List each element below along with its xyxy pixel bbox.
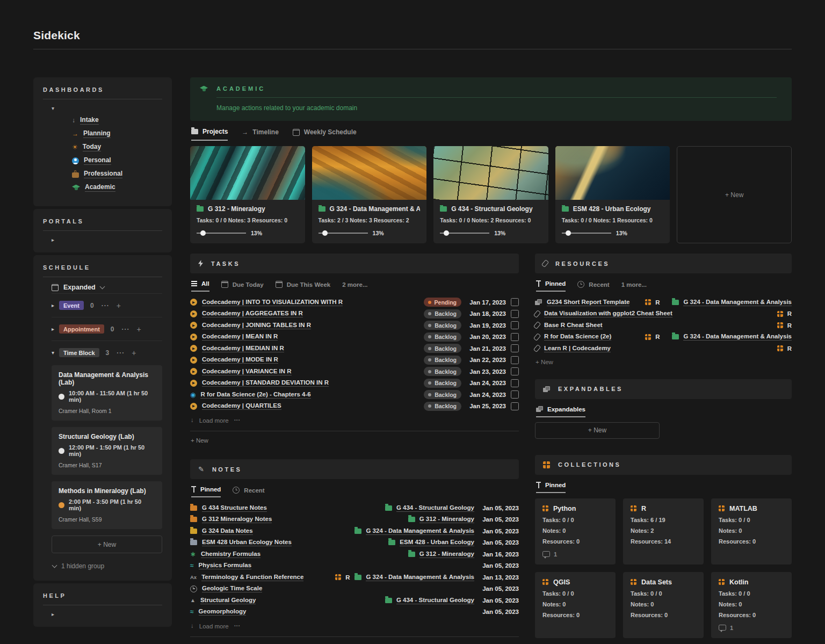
sidebar-item-label[interactable]: Academic	[85, 183, 115, 192]
note-title[interactable]: Physics Formulas	[199, 562, 251, 569]
progress-slider[interactable]	[562, 233, 611, 234]
tag-r[interactable]: R	[645, 299, 660, 306]
note-row[interactable]: G 324 Data Notes G 324 - Data Management…	[190, 525, 519, 537]
project-name[interactable]: G 324 - Data Management & Analysis	[330, 205, 421, 213]
appointment-badge[interactable]: Appointment	[59, 324, 104, 334]
collection-card[interactable]: Python Tasks: 0 / 0 Notes: 0 Resources: …	[535, 498, 616, 565]
task-title[interactable]: Codecademy | MEDIAN IN R	[202, 345, 284, 352]
triangle-right-icon[interactable]: ▸	[52, 327, 54, 332]
project-link[interactable]: ESM 428 - Urban Ecology	[388, 539, 474, 546]
task-row[interactable]: ▶ Codecademy | QUARTILES Backlog Jan 25,…	[190, 401, 519, 413]
tab-projects[interactable]: Projects	[191, 128, 228, 141]
collection-card[interactable]: Data Sets Tasks: 0 / 0 Notes: 0 Resource…	[623, 572, 704, 638]
resource-row[interactable]: Learn R | Codecademy R	[535, 343, 792, 354]
collection-card[interactable]: Kotlin Tasks: 0 / 0 Notes: 0 Resources: …	[711, 572, 792, 638]
tag-r[interactable]: R	[777, 322, 792, 329]
collection-card[interactable]: R Tasks: 6 / 19 Notes: 2 Resources: 14	[623, 498, 704, 565]
tab-expandables[interactable]: Expandables	[536, 406, 585, 417]
schedule-view-label[interactable]: Expanded	[63, 284, 96, 291]
task-row[interactable]: ▶ Codecademy | MEAN IN R Backlog Jan 20,…	[190, 331, 519, 343]
tag-r[interactable]: R	[777, 310, 792, 317]
dashboards-collapse-toggle[interactable]: ▾	[52, 106, 162, 111]
progress-slider[interactable]	[440, 233, 489, 234]
sidebar-item-academic[interactable]: Academic	[72, 183, 162, 192]
task-title[interactable]: R for Data Science (2e) - Chapters 4-6	[200, 391, 310, 399]
more-options-icon[interactable]: ···	[234, 623, 241, 629]
project-name[interactable]: G 434 - Structural Geology	[451, 205, 532, 213]
tab-pinned[interactable]: Pinned	[536, 482, 566, 493]
task-row[interactable]: ◉ R for Data Science (2e) - Chapters 4-6…	[190, 389, 519, 401]
more-options-icon[interactable]: ···	[117, 349, 125, 357]
tab-timeline[interactable]: → Timeline	[242, 128, 278, 141]
task-title[interactable]: Codecademy | MODE IN R	[202, 356, 278, 364]
tab-pinned[interactable]: Pinned	[191, 486, 221, 497]
project-link[interactable]: G 312 - Mineralogy	[408, 551, 474, 558]
task-row[interactable]: ▶ Codecademy | STANDARD DEVIATION IN R B…	[190, 378, 519, 389]
note-row[interactable]: Geologic Time Scale Jan 05, 2023	[190, 583, 519, 595]
timeblock-badge[interactable]: Time Block	[59, 348, 99, 357]
note-title[interactable]: ESM 428 Urban Ecology Notes	[202, 539, 292, 546]
project-card[interactable]: G 324 - Data Management & Analysis Tasks…	[312, 146, 427, 243]
task-title[interactable]: Codecademy | AGGREGATES IN R	[202, 310, 303, 317]
note-title[interactable]: Geomorphology	[199, 608, 247, 616]
project-link[interactable]: G 324 - Data Management & Analysis	[672, 333, 792, 341]
expandables-new-button[interactable]: + New	[535, 422, 660, 439]
timeblock-card[interactable]: Structural Geology (Lab) 12:00 PM - 1:50…	[52, 427, 162, 475]
note-title[interactable]: G 434 Structure Notes	[202, 504, 267, 512]
project-link[interactable]: G 324 - Data Management & Analysis	[354, 574, 474, 581]
more-options-icon[interactable]: ···	[234, 417, 241, 424]
project-card[interactable]: G 434 - Structural Geology Tasks: 0 / 0 …	[433, 146, 548, 243]
triangle-right-icon[interactable]: ▸	[52, 303, 54, 308]
sidebar-item-intake[interactable]: ↓ Intake	[72, 116, 162, 125]
notes-load-more[interactable]: ↓ Load more ···	[191, 623, 519, 629]
note-title[interactable]: Geologic Time Scale	[202, 585, 262, 592]
progress-slider[interactable]	[197, 233, 246, 234]
note-title[interactable]: Chemistry Formulas	[201, 551, 260, 558]
note-row[interactable]: G 312 Mineralogy Notes G 312 - Mineralog…	[190, 514, 519, 526]
resources-new-button[interactable]: + New	[535, 359, 792, 365]
tag-r[interactable]: R	[777, 345, 792, 352]
note-title[interactable]: Terminology & Function Reference	[201, 574, 303, 581]
project-card[interactable]: ESM 428 - Urban Ecology Tasks: 0 / 0 Not…	[555, 146, 670, 243]
note-row[interactable]: ▲ Structural Geology G 434 - Structural …	[190, 595, 519, 606]
resource-title[interactable]: Base R Cheat Sheet	[544, 322, 603, 329]
task-checkbox[interactable]	[511, 402, 519, 410]
task-checkbox[interactable]	[511, 356, 519, 364]
task-row[interactable]: ▶ Codecademy | JOINING TABLES IN R Backl…	[190, 320, 519, 331]
task-checkbox[interactable]	[511, 321, 519, 329]
task-row[interactable]: ▶ Codecademy | MEDIAN IN R Backlog Jan 2…	[190, 343, 519, 354]
task-checkbox[interactable]	[511, 298, 519, 306]
more-options-icon[interactable]: ···	[122, 325, 130, 333]
sidebar-item-planning[interactable]: → Planning	[72, 129, 162, 138]
resource-row[interactable]: R for Data Science (2e) R G 324 - Data M…	[535, 331, 792, 343]
resource-row[interactable]: Base R Cheat Sheet R	[535, 320, 792, 331]
task-checkbox[interactable]	[511, 390, 519, 399]
tab-weekly-schedule[interactable]: Weekly Schedule	[293, 128, 357, 141]
resource-title[interactable]: Data Visualization with ggplot2 Cheat Sh…	[544, 310, 672, 317]
resource-row[interactable]: G234 Short Report Template R G 324 - Dat…	[535, 296, 792, 308]
task-checkbox[interactable]	[511, 333, 519, 341]
task-title[interactable]: Codecademy | QUARTILES	[202, 402, 281, 410]
timeblock-card[interactable]: Data Management & Analysis (Lab) 10:00 A…	[52, 365, 162, 421]
project-name[interactable]: G 312 - Mineralogy	[208, 205, 265, 213]
task-title[interactable]: Codecademy | VARIANCE IN R	[202, 368, 292, 375]
note-title[interactable]: G 324 Data Notes	[202, 527, 253, 535]
event-badge[interactable]: Event	[59, 301, 84, 310]
task-title[interactable]: Codecademy | MEAN IN R	[202, 333, 278, 341]
timeblock-card[interactable]: Methods in Mineralogy (Lab) 2:00 PM - 3:…	[52, 481, 162, 529]
project-link[interactable]: G 434 - Structural Geology	[385, 597, 474, 604]
sidebar-item-professional[interactable]: Professional	[72, 170, 162, 178]
task-row[interactable]: ▶ Codecademy | MODE IN R Backlog Jan 22,…	[190, 354, 519, 366]
task-title[interactable]: Codecademy | INTO TO VISUALIZATION WITH …	[202, 299, 343, 306]
tab-recent[interactable]: Recent	[233, 487, 264, 497]
note-row[interactable]: ∗ Chemistry Formulas G 312 - Mineralogy …	[190, 548, 519, 560]
note-row[interactable]: ESM 428 Urban Ecology Notes ESM 428 - Ur…	[190, 537, 519, 549]
note-row[interactable]: G 434 Structure Notes G 434 - Structural…	[190, 502, 519, 514]
collection-card[interactable]: MATLAB Tasks: 0 / 0 Notes: 0 Resources: …	[711, 498, 792, 565]
sidebar-item-label[interactable]: Planning	[83, 129, 111, 138]
task-title[interactable]: Codecademy | STANDARD DEVIATION IN R	[202, 379, 329, 387]
tabs-overflow[interactable]: 1 more...	[621, 281, 647, 292]
task-checkbox[interactable]	[511, 344, 519, 352]
portals-expand-toggle[interactable]: ▸	[52, 237, 162, 243]
sidebar-item-today[interactable]: ☀ Today	[72, 143, 162, 151]
